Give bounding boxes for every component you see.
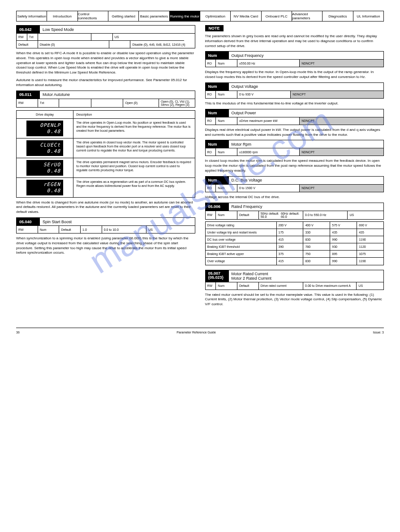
cell: 0.0 to 10.0	[102, 226, 146, 233]
table-row: Braking IGBT threshold3907809301120	[206, 243, 384, 251]
para: Displays real drive electrical output po…	[205, 128, 384, 138]
footer-title: Parameter Reference Guide	[176, 331, 216, 334]
cell: Disable (0)	[38, 41, 109, 48]
cell: Num	[216, 91, 237, 98]
cell: RO	[206, 60, 216, 67]
cell	[38, 34, 91, 41]
param-number: Num	[206, 52, 229, 59]
cell: Default	[237, 211, 259, 219]
cell: RW	[206, 282, 216, 290]
menu-item[interactable]: Advanced parameters	[292, 11, 323, 21]
cell: Num	[216, 117, 237, 125]
cell-readonly: ND NC PT	[300, 117, 383, 125]
param-title: Output Voltage	[229, 83, 384, 91]
table-row: OPENLP0.48 The drive operates in Open-Lo…	[17, 119, 195, 138]
cell: RW	[17, 226, 38, 233]
param-05-002: Num Output Voltage RO Num 0 to 930 V ND …	[205, 82, 384, 99]
param-05-001: Num Output Frequency RO Num ±550.00 Hz N…	[205, 51, 384, 67]
cell	[59, 99, 91, 107]
param-number: Num	[206, 83, 229, 91]
para: This is the modulus of the rms fundament…	[205, 101, 384, 106]
para: Displays the frequency applied to the mo…	[205, 70, 384, 80]
display-mode-table: Drive display Description OPENLP0.48 The…	[16, 110, 195, 198]
cell: RW	[206, 211, 216, 219]
cell: US	[357, 282, 383, 290]
table-header: 575 V	[330, 222, 357, 229]
cell: Txt	[38, 99, 60, 107]
menu-item[interactable]: Getting started	[108, 11, 139, 21]
param-05-006: 05.006 Rated Frequency RW Num Default 50…	[205, 203, 384, 220]
footer: 36 Parameter Reference Guide Issue: 3	[16, 328, 384, 334]
param-number: 05.006	[206, 203, 229, 211]
cell: US	[348, 211, 383, 219]
para: When the drive mode is changed from one …	[16, 200, 195, 215]
menu-item[interactable]: UL Information	[353, 11, 383, 21]
param-title: Motor Rated CurrentMotor 2 Rated Current	[229, 270, 384, 282]
cell: Drive rated current	[259, 282, 303, 290]
cell-readonly: ND NC PT	[291, 91, 383, 98]
cell: ±180000 rpm	[237, 148, 300, 156]
menu-item[interactable]: Onboard PLC	[262, 11, 292, 21]
cell: The drive operates permanent magnet serv…	[73, 158, 194, 177]
menu-bar: Safety information Introduction Control …	[16, 11, 384, 22]
param-title: Motor Autotune	[40, 91, 195, 99]
param-05-040: 05.040 Spin Start Boost RW Num Default 1…	[16, 217, 195, 234]
param-title: Output Frequency	[229, 52, 384, 59]
menu-item[interactable]: NV Media Card	[231, 11, 261, 21]
cell: 1.0	[81, 226, 102, 233]
cell-readonly: ND NC PT	[300, 148, 383, 156]
right-column: NOTE The parameters shown in grey boxes …	[205, 25, 384, 310]
param-title: Motor Rpm	[229, 140, 384, 148]
para: When synchronization to a spinning motor…	[16, 236, 195, 255]
menu-item[interactable]: Basic parameters	[139, 11, 169, 21]
table-header: Description	[73, 111, 194, 118]
cell: RO	[206, 91, 216, 98]
table-row: rEGEN0.48 The drive operates as a regene…	[17, 178, 195, 197]
left-column: 05.042 Low Speed Mode RW Txt US Default …	[16, 25, 195, 310]
table-row: Braking IGBT active upper3757508951075	[206, 251, 384, 258]
voltage-rating-table: Drive voltage rating 200 V 400 V 575 V 6…	[205, 221, 384, 265]
table-header: 690 V	[357, 222, 383, 229]
cell: Num	[216, 282, 237, 290]
cell	[109, 41, 131, 48]
param-number: 05.040	[17, 218, 40, 225]
cell: ±Drive maximum power kW	[237, 117, 300, 125]
param-number: Num	[206, 177, 229, 184]
table-row: DC bus over voltage4158309901190	[206, 236, 384, 243]
param-number: 05.042	[17, 26, 40, 33]
table-header: 200 V	[277, 222, 304, 229]
para: Autotune is used to measure the motor ch…	[16, 78, 195, 88]
menu-item[interactable]: Diagnostics	[323, 11, 353, 21]
cell: Disable (0), 4d6, 6d8, 8d12, 12d16 (4)	[130, 41, 194, 48]
param-05-003: Num Output Power RO Num ±Drive maximum p…	[205, 109, 384, 125]
cell: The drive operates as a regeneration uni…	[73, 178, 194, 197]
param-title: Output Power	[229, 109, 384, 117]
cell: 50Hz default: 50.060Hz default: 60.0	[259, 211, 303, 219]
menu-item-active[interactable]: Running the motor	[170, 11, 200, 21]
table-header: 400 V	[303, 222, 330, 229]
cell: RO	[206, 117, 216, 125]
param-number: 05.011	[17, 91, 40, 99]
cell: Txt	[27, 34, 38, 41]
cell: RW	[17, 99, 38, 107]
cell: 0 to 1500 V	[237, 185, 300, 192]
cell: The drive operates in Open-Loop mode. No…	[73, 119, 194, 138]
cell: RW	[17, 34, 27, 41]
cell: Default	[59, 226, 81, 233]
cell: Num	[216, 185, 237, 192]
menu-item[interactable]: Optimization	[200, 11, 231, 21]
menu-item[interactable]: Safety information	[17, 11, 47, 21]
cell: RO	[206, 185, 216, 192]
menu-item[interactable]: Introduction	[47, 11, 77, 21]
lcd-display: CLUECt0.48	[26, 140, 63, 156]
cell: Num	[216, 60, 237, 67]
cell: Open (0)	[123, 99, 159, 107]
cell: Default	[17, 41, 38, 48]
cell	[91, 34, 113, 41]
table-header: Drive display	[17, 111, 73, 118]
para: The parameters shown in grey boxes are r…	[205, 34, 384, 48]
menu-item[interactable]: Control connections	[78, 11, 108, 21]
lcd-display: rEGEN0.48	[26, 180, 63, 195]
param-05-042: 05.042 Low Speed Mode RW Txt US Default …	[16, 25, 195, 48]
param-title: D.C. Bus Voltage	[229, 177, 384, 184]
